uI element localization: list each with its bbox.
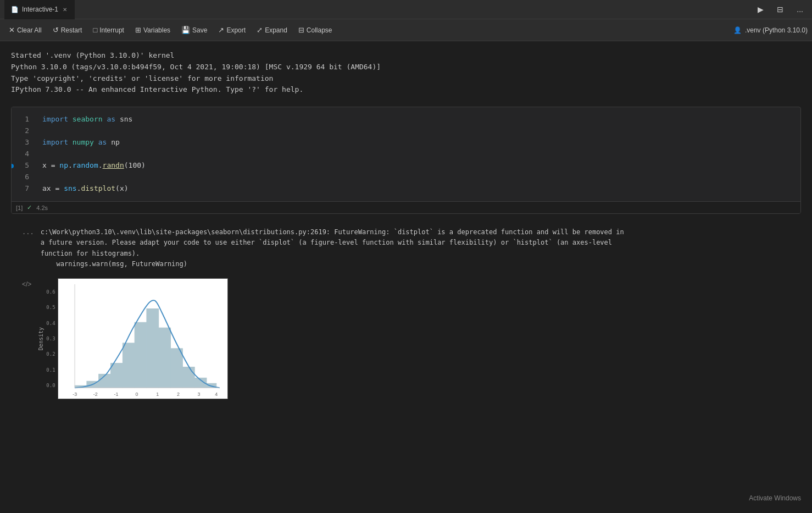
tab-label: Interactive-1: [22, 5, 58, 13]
svg-text:2: 2: [177, 391, 180, 397]
execution-time: 4.2s: [36, 205, 48, 211]
warning-line-3: function for histograms).: [41, 249, 790, 259]
clear-icon: ✕: [9, 26, 15, 34]
expand-button[interactable]: ⤢ Expand: [252, 24, 292, 36]
startup-line-4: IPython 7.30.0 -- An enhanced Interactiv…: [11, 84, 801, 96]
activate-windows: Activate Windows: [749, 494, 801, 502]
export-icon: ↗: [218, 26, 224, 34]
code-cell-inner: 1 2 3 4 5 6 7 import seaborn as sns impo…: [12, 107, 800, 201]
collapse-button[interactable]: ⊟ Collapse: [294, 24, 337, 36]
output-area: ... c:\Work\python3.10\.venv\lib\site-pa…: [11, 218, 801, 408]
warning-line-4: warnings.warn(msg, FutureWarning): [41, 259, 790, 269]
warning-content: c:\Work\python3.10\.venv\lib\site-packag…: [41, 227, 790, 269]
svg-text:4: 4: [215, 391, 218, 397]
line-num-2: 2: [16, 125, 29, 137]
code-line-1: import seaborn as sns: [42, 114, 792, 125]
main-content: Started '.venv (Python 3.10.0)' kernel P…: [0, 41, 812, 513]
cell-execution-info: [1] ✓ 4.2s: [12, 201, 800, 213]
svg-text:1: 1: [156, 391, 159, 397]
run-button[interactable]: ▶: [753, 3, 768, 16]
code-cell[interactable]: 1 2 3 4 5 6 7 import seaborn as sns impo…: [11, 107, 801, 214]
svg-rect-4: [110, 363, 123, 388]
warning-line-2: a future version. Please adapt your code…: [41, 238, 790, 248]
code-line-2: [42, 125, 792, 137]
more-button[interactable]: ...: [792, 3, 808, 16]
y-axis-ticks: 0.6 0.5 0.4 0.3 0.2 0.1 0.0: [46, 284, 55, 394]
svg-text:-1: -1: [114, 391, 118, 397]
startup-line-1: Started '.venv (Python 3.10.0)' kernel: [11, 50, 801, 62]
line-num-7: 7: [16, 183, 29, 195]
save-button[interactable]: 💾 Save: [177, 24, 212, 36]
svg-text:-2: -2: [93, 391, 97, 397]
warning-output: ... c:\Work\python3.10\.venv\lib\site-pa…: [11, 223, 801, 274]
tab-close-button[interactable]: ✕: [62, 5, 68, 14]
svg-text:-3: -3: [73, 391, 77, 397]
chart-svg: -3 -2 -1 0 1 2 3 4: [58, 279, 227, 399]
code-line-6: [42, 172, 792, 183]
y-axis-label: Density: [38, 327, 44, 350]
env-label[interactable]: .venv (Python 3.10.0): [745, 26, 808, 34]
plot-image: -3 -2 -1 0 1 2 3 4: [58, 278, 228, 399]
warning-dots: ...: [22, 227, 34, 269]
layout-button[interactable]: ⊟: [772, 3, 788, 16]
code-line-5: x = np.random.randn(100): [42, 160, 792, 172]
code-editor[interactable]: import seaborn as sns import numpy as np…: [34, 107, 800, 201]
svg-rect-5: [123, 343, 135, 388]
chart-column: -3 -2 -1 0 1 2 3 4: [58, 278, 228, 399]
title-bar-actions: ▶ ⊟ ...: [753, 3, 808, 16]
svg-rect-7: [147, 308, 159, 388]
check-icon: ✓: [27, 204, 32, 211]
line-num-3: 3: [16, 137, 29, 148]
expand-icon: ⤢: [257, 26, 263, 34]
variables-button[interactable]: ⊞ Variables: [131, 24, 175, 36]
env-info-area: 👤 .venv (Python 3.10.0): [733, 26, 808, 34]
export-button[interactable]: ↗ Export: [214, 24, 250, 36]
svg-rect-6: [135, 322, 147, 388]
plot-icon: </>: [22, 280, 31, 288]
debug-dot: [11, 164, 14, 168]
title-bar: 📄 Interactive-1 ✕ ▶ ⊟ ...: [0, 0, 812, 19]
person-icon: 👤: [733, 26, 742, 34]
startup-line-3: Type 'copyright', 'credits' or 'license'…: [11, 73, 801, 85]
execution-label: [1]: [16, 205, 23, 211]
startup-line-2: Python 3.10.0 (tags/v3.10.0:b494f59, Oct…: [11, 62, 801, 73]
restart-icon: ↺: [53, 26, 59, 34]
line-num-5: 5: [16, 160, 29, 172]
svg-rect-8: [158, 328, 170, 388]
restart-button[interactable]: ↺ Restart: [48, 24, 87, 36]
tab-interactive[interactable]: 📄 Interactive-1 ✕: [4, 0, 75, 19]
save-icon: 💾: [181, 26, 190, 34]
chart-wrapper: Density 0.6 0.5 0.4 0.3 0.2 0.1 0.0: [38, 278, 227, 399]
y-axis-area: Density 0.6 0.5 0.4 0.3 0.2 0.1 0.0: [38, 278, 55, 399]
line-num-6: 6: [16, 172, 29, 183]
collapse-icon: ⊟: [298, 26, 304, 34]
toolbar: ✕ Clear All ↺ Restart □ Interrupt ⊞ Vari…: [0, 19, 812, 41]
line-num-1: 1: [16, 114, 29, 125]
code-line-4: [42, 148, 792, 160]
file-icon: 📄: [11, 6, 19, 13]
svg-rect-9: [170, 349, 182, 388]
variables-icon: ⊞: [135, 26, 141, 34]
line-num-4: 4: [16, 148, 29, 160]
code-line-3: import numpy as np: [42, 137, 792, 148]
svg-text:3: 3: [197, 391, 200, 397]
warning-line-1: c:\Work\python3.10\.venv\lib\site-packag…: [41, 227, 790, 238]
code-line-7: ax = sns.distplot(x): [42, 183, 792, 195]
line-numbers: 1 2 3 4 5 6 7: [12, 107, 34, 201]
clear-all-button[interactable]: ✕ Clear All: [4, 24, 46, 36]
startup-text: Started '.venv (Python 3.10.0)' kernel P…: [11, 50, 801, 96]
interrupt-icon: □: [93, 26, 97, 34]
svg-text:0: 0: [135, 391, 138, 397]
interrupt-button[interactable]: □ Interrupt: [88, 24, 129, 36]
svg-rect-10: [182, 367, 194, 388]
plot-output: </> Density 0.6 0.5 0.4 0.3 0.2 0.1 0.0: [11, 274, 801, 404]
